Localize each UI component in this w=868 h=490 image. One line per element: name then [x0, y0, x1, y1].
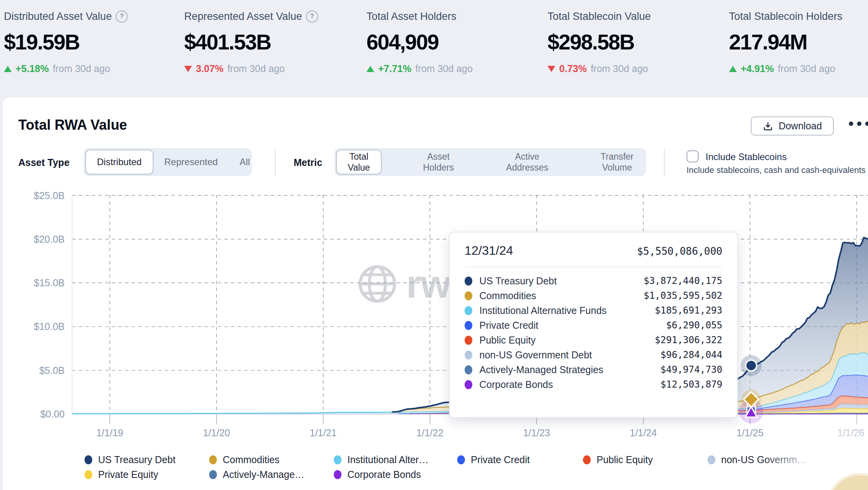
tooltip-series-label: Private Credit [479, 320, 538, 331]
legend-color-dot [334, 455, 342, 464]
tooltip-row: Corporate Bonds$12,503,879 [465, 377, 722, 392]
series-color-dot [465, 380, 472, 389]
tooltip-series-label: Institutional Alternative Funds [479, 305, 607, 316]
legend-item-public-equity[interactable]: Public Equity [583, 454, 653, 465]
legend-label: Private Credit [471, 454, 530, 465]
legend-label: Private Equity [98, 469, 158, 480]
tooltip-total-value: $5,550,086,000 [637, 245, 722, 257]
tooltip-row: Institutional Alternative Funds$185,691,… [465, 303, 722, 318]
x-axis-tick-label: 1/1/22 [416, 427, 444, 438]
tooltip-series-label: US Treasury Debt [479, 275, 557, 287]
series-color-dot [465, 291, 472, 300]
legend-item-institutional-alter-[interactable]: Institutional Alter… [334, 454, 428, 465]
marker-circle-us-treasury [746, 360, 757, 371]
legend-color-dot [209, 470, 217, 479]
tooltip-series-value: $96,284,044 [660, 349, 722, 360]
tooltip-series-value: $1,035,595,502 [644, 290, 722, 301]
legend-color-dot [708, 455, 715, 464]
legend-color-dot [85, 455, 92, 464]
x-axis-tick-label: 1/1/25 [736, 427, 764, 438]
x-axis-tick-label: 1/1/21 [310, 427, 337, 438]
y-axis-tick-label: $25.0B [34, 190, 65, 201]
tooltip-series-label: Public Equity [479, 335, 536, 346]
series-color-dot [465, 365, 472, 374]
y-axis-tick-label: $20.0B [34, 234, 65, 245]
legend-color-dot [209, 455, 217, 464]
x-axis-tick-label: 1/1/24 [630, 427, 657, 438]
tooltip-row: Public Equity$291,306,322 [465, 333, 722, 347]
legend-label: Commodities [223, 454, 280, 465]
y-axis-tick-label: $10.0B [34, 321, 65, 332]
legend-label: US Treasury Debt [98, 454, 176, 465]
series-color-dot [465, 351, 472, 360]
tooltip-date: 12/31/24 [465, 243, 513, 258]
tooltip-series-label: Commodities [479, 290, 536, 301]
tooltip-series-value: $3,872,440,175 [644, 275, 722, 286]
series-color-dot [465, 277, 472, 286]
legend-label: Actively-Manage… [223, 469, 305, 480]
legend-item-us-treasury-debt[interactable]: US Treasury Debt [85, 454, 176, 465]
tooltip-rows: US Treasury Debt$3,872,440,175Commoditie… [465, 273, 722, 392]
chart-tooltip: 12/31/24 $5,550,086,000 US Treasury Debt… [449, 232, 738, 418]
legend-item-private-equity[interactable]: Private Equity [85, 469, 158, 480]
y-axis-tick-label: $0.00 [40, 409, 65, 419]
legend-label: Public Equity [597, 454, 653, 465]
legend-label: Institutional Alter… [347, 454, 428, 465]
tooltip-series-label: Actively-Managed Strategies [479, 364, 603, 375]
y-axis-tick-label: $5.0B [39, 365, 65, 376]
x-axis-tick-label: 1/1/23 [523, 427, 550, 438]
series-color-dot [465, 336, 472, 345]
series-color-dot [465, 321, 472, 330]
legend-item-private-credit[interactable]: Private Credit [457, 454, 530, 465]
legend-item-commodities[interactable]: Commodities [209, 454, 280, 465]
legend-label: Corporate Bonds [347, 469, 421, 480]
tooltip-series-label: non-US Government Debt [479, 349, 592, 361]
tooltip-series-value: $12,503,879 [660, 379, 722, 390]
tooltip-divider [465, 266, 722, 267]
tooltip-row: US Treasury Debt$3,872,440,175 [465, 273, 722, 288]
tooltip-series-value: $6,290,055 [666, 320, 723, 331]
legend-item-corporate-bonds[interactable]: Corporate Bonds [334, 469, 421, 480]
tooltip-row: Private Credit$6,290,055 [465, 318, 722, 333]
legend-color-dot [334, 470, 342, 479]
tooltip-row: Commodities$1,035,595,502 [465, 288, 722, 303]
tooltip-series-value: $49,974,730 [660, 364, 722, 375]
tooltip-series-value: $291,306,322 [655, 335, 722, 345]
tooltip-series-label: Corporate Bonds [479, 379, 553, 390]
legend-color-dot [85, 470, 92, 479]
tooltip-row: Actively-Managed Strategies$49,974,730 [465, 362, 722, 377]
y-axis-tick-label: $15.0B [34, 277, 65, 288]
series-color-dot [465, 306, 472, 315]
legend-color-dot [457, 455, 465, 464]
x-axis-tick-label: 1/1/20 [203, 427, 230, 438]
tooltip-row: non-US Government Debt$96,284,044 [465, 347, 722, 362]
legend-item-actively-manage-[interactable]: Actively-Manage… [209, 469, 305, 480]
x-axis-tick-label: 1/1/19 [96, 427, 123, 438]
tooltip-series-value: $185,691,293 [655, 305, 722, 316]
legend-color-dot [583, 455, 591, 464]
